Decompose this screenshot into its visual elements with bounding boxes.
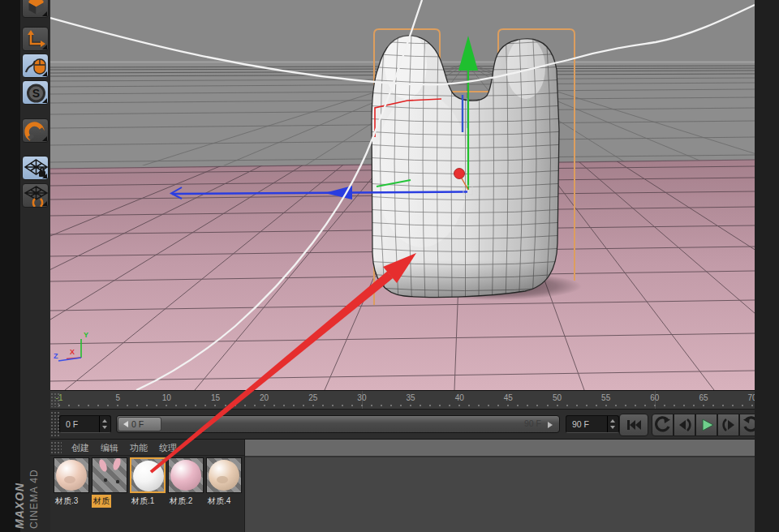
ruler-tick [605,405,607,406]
slider-end-arrow-icon [548,422,553,428]
maxon-logo-text: MAXON [13,483,26,529]
ruler-tick [458,405,460,406]
material-sphere-preview [170,460,201,491]
ruler-tick [156,405,157,406]
workplane-rotate-button[interactable] [22,183,49,208]
controls-grip[interactable] [50,411,59,437]
svg-text:Y: Y [84,331,88,339]
ruler-tick [68,405,70,406]
workplane-lock-button[interactable] [22,156,49,180]
material-menu-grip[interactable] [50,441,62,453]
ruler-label: 30 [357,393,366,402]
svg-text:X: X [70,348,75,356]
mouse-navigation-button[interactable] [22,54,49,78]
ruler-tick [332,405,334,406]
ruler-tick [615,405,617,406]
ruler-tick [322,405,324,406]
menu-function[interactable]: 功能 [130,442,148,454]
ruler-tick [312,405,314,406]
ruler-tick [244,405,246,406]
ruler-tick [429,405,431,406]
material-thumbnail[interactable] [168,457,204,493]
viewport-3d[interactable]: Y X Z [50,0,755,390]
ruler-tick [547,405,549,406]
menu-create[interactable]: 创建 [71,442,89,454]
ruler-tick [742,405,743,406]
snap-button[interactable]: S [22,80,49,105]
previous-key-icon [654,416,672,434]
ruler-tick [410,405,411,406]
previous-frame-button[interactable] [674,414,695,436]
ruler-tick [351,405,353,406]
material-thumbnail[interactable] [130,457,166,493]
slider-handle[interactable]: 0 F [118,417,161,431]
magnet-button[interactable] [22,118,49,143]
ruler-label: 60 [650,393,659,402]
material-thumbnail[interactable] [54,457,89,493]
ruler-label: 40 [455,393,464,402]
ruler-tick [225,405,226,406]
ruler-tick [722,405,724,406]
ruler-tick [557,405,558,406]
ruler-tick [117,405,118,406]
play-button[interactable] [695,414,717,436]
ruler-tick [596,405,597,406]
previous-frame-icon [676,416,694,434]
end-frame-field[interactable]: 90 F [566,415,619,433]
ruler-tick [235,405,236,406]
ruler-tick [146,405,148,406]
next-frame-button[interactable] [717,414,739,436]
goto-start-button[interactable] [619,414,648,436]
ruler-tick [381,405,382,406]
slider-end-label: 90 F [524,418,541,428]
ruler-tick [488,405,489,406]
material-item[interactable]: 材质 [92,457,127,511]
material-label[interactable]: 材质.1 [130,495,156,508]
ruler-tick [478,405,480,406]
ruler-tick [107,405,109,406]
bottom-right-panel [245,440,755,532]
ruler-tick [58,405,60,406]
menu-texture[interactable]: 纹理 [159,442,177,454]
material-sphere-spot [64,476,75,483]
previous-key-button[interactable] [652,414,674,436]
material-item[interactable]: 材质.3 [54,457,89,511]
ruler-tick [175,405,177,406]
ruler-tick [751,405,753,406]
alpha-pattern-preview [93,458,127,492]
material-label[interactable]: 材质.4 [206,495,232,508]
ruler-label: 35 [407,393,415,402]
end-frame-stepper[interactable] [607,416,618,432]
ruler-tick [644,405,646,406]
current-frame-field[interactable]: 0 F [59,415,111,433]
ruler-tick [732,405,734,406]
timeline-ruler[interactable]: -1510152025303540455055606570 [50,390,755,410]
menu-edit[interactable]: 编辑 [101,442,118,454]
ruler-tick [293,405,295,406]
ruler-tick [185,405,187,406]
material-item[interactable]: 材质.4 [206,457,242,511]
material-manager: 创建 编辑 功能 纹理 材质.3材质材质.1材质.2材质.4 [50,440,245,532]
ruler-label: -1 [56,393,63,402]
ruler-label: 5 [115,393,120,402]
ruler-tick [400,405,402,406]
material-label[interactable]: 材质 [92,495,111,508]
ruler-tick [693,405,695,406]
material-thumbnail[interactable] [206,457,242,493]
end-frame-value: 90 F [572,419,589,429]
timeline-range-slider[interactable]: 0 F 90 F [116,415,560,433]
ruler-tick [674,405,675,406]
axis-button[interactable] [22,27,49,51]
ruler-tick [576,405,578,406]
ruler-tick [635,405,636,406]
material-menu-bar: 创建 编辑 功能 纹理 [50,440,244,456]
material-thumbnail[interactable] [92,457,127,493]
material-item[interactable]: 材质.1 [130,457,166,511]
editable-cube-button[interactable] [22,0,49,18]
ruler-tick [273,405,275,406]
material-label[interactable]: 材质.2 [168,495,194,508]
ruler-label: 55 [601,393,610,402]
material-label[interactable]: 材质.3 [54,495,80,508]
current-frame-stepper[interactable] [99,416,110,432]
material-item[interactable]: 材质.2 [168,457,204,511]
